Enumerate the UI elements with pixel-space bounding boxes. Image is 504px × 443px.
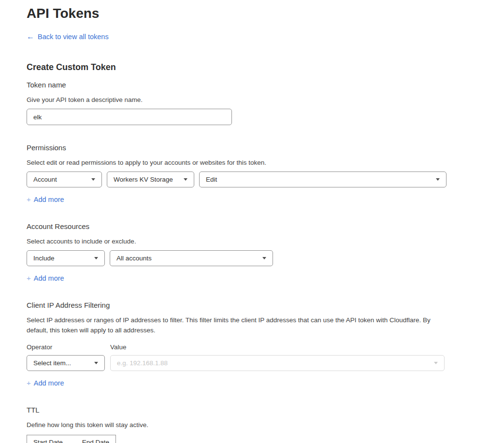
- account-resources-section: Account Resources Select accounts to inc…: [27, 222, 477, 283]
- plus-icon: +: [27, 195, 31, 204]
- page-title: API Tokens: [27, 4, 477, 22]
- plus-icon: +: [27, 274, 31, 283]
- chevron-down-icon: [94, 257, 98, 259]
- account-resources-description: Select accounts to include or exclude.: [27, 236, 446, 246]
- ip-filtering-controls-row: Operator Select item... Value e.g. 192.1…: [27, 343, 477, 371]
- permissions-controls-row: Account Workers KV Storage Edit: [27, 171, 477, 187]
- chevron-down-icon: [434, 362, 438, 364]
- ttl-section: TTL Define how long this token will stay…: [27, 406, 477, 443]
- ip-filtering-label: Client IP Address Filtering: [27, 301, 477, 310]
- value-placeholder: e.g. 192.168.1.88: [117, 359, 168, 367]
- resource-accounts-value: All accounts: [116, 255, 152, 262]
- operator-select[interactable]: Select item...: [27, 355, 105, 371]
- operator-column: Operator Select item...: [27, 343, 105, 371]
- ip-filtering-description: Select IP addresses or ranges of IP addr…: [27, 315, 446, 335]
- chevron-down-icon: [94, 362, 98, 364]
- end-date-label: End Date: [82, 439, 109, 443]
- operator-label: Operator: [27, 343, 105, 351]
- permission-access-select[interactable]: Edit: [199, 171, 446, 187]
- back-link-label: Back to view all tokens: [38, 32, 109, 41]
- permissions-section: Permissions Select edit or read permissi…: [27, 143, 477, 204]
- permission-access-value: Edit: [206, 176, 217, 183]
- start-date-label: Start Date: [33, 439, 63, 443]
- ttl-description: Define how long this token will stay act…: [27, 420, 446, 430]
- ip-filtering-section: Client IP Address Filtering Select IP ad…: [27, 301, 477, 387]
- add-more-label: Add more: [34, 195, 64, 204]
- token-name-label: Token name: [27, 81, 477, 89]
- permission-scope-select[interactable]: Account: [27, 171, 102, 187]
- arrow-right-icon: →: [69, 439, 76, 443]
- add-more-label: Add more: [34, 379, 64, 387]
- account-resources-label: Account Resources: [27, 222, 477, 231]
- account-resources-controls-row: Include All accounts: [27, 250, 477, 266]
- resource-accounts-select[interactable]: All accounts: [110, 250, 273, 266]
- account-resources-add-more-button[interactable]: + Add more: [27, 274, 64, 283]
- permission-category-select[interactable]: Workers KV Storage: [107, 171, 194, 187]
- permissions-add-more-button[interactable]: + Add more: [27, 195, 64, 204]
- ip-filtering-add-more-button[interactable]: + Add more: [27, 379, 64, 387]
- permissions-description: Select edit or read permissions to apply…: [27, 157, 446, 168]
- value-input[interactable]: e.g. 192.168.1.88: [110, 355, 445, 371]
- ttl-date-range-picker[interactable]: Start Date → End Date: [27, 435, 116, 443]
- ttl-label: TTL: [27, 406, 477, 414]
- permissions-label: Permissions: [27, 143, 477, 152]
- form-heading: Create Custom Token: [27, 62, 477, 72]
- resource-mode-select[interactable]: Include: [27, 250, 105, 266]
- chevron-down-icon: [91, 178, 95, 181]
- back-arrow-icon: ←: [27, 33, 34, 41]
- permission-scope-value: Account: [33, 176, 57, 183]
- operator-value: Select item...: [33, 359, 71, 367]
- resource-mode-value: Include: [33, 255, 55, 262]
- plus-icon: +: [27, 379, 31, 387]
- chevron-down-icon: [184, 178, 187, 181]
- back-link[interactable]: ← Back to view all tokens: [27, 32, 109, 41]
- value-column: Value e.g. 192.168.1.88: [110, 343, 445, 371]
- token-name-input[interactable]: [27, 109, 232, 125]
- token-name-section: Token name Give your API token a descrip…: [27, 81, 477, 125]
- api-tokens-page: API Tokens ← Back to view all tokens Cre…: [0, 0, 504, 443]
- value-label: Value: [110, 343, 445, 351]
- permission-category-value: Workers KV Storage: [114, 176, 173, 183]
- add-more-label: Add more: [34, 274, 64, 283]
- chevron-down-icon: [436, 178, 440, 181]
- chevron-down-icon: [262, 257, 266, 259]
- token-name-description: Give your API token a descriptive name.: [27, 95, 446, 105]
